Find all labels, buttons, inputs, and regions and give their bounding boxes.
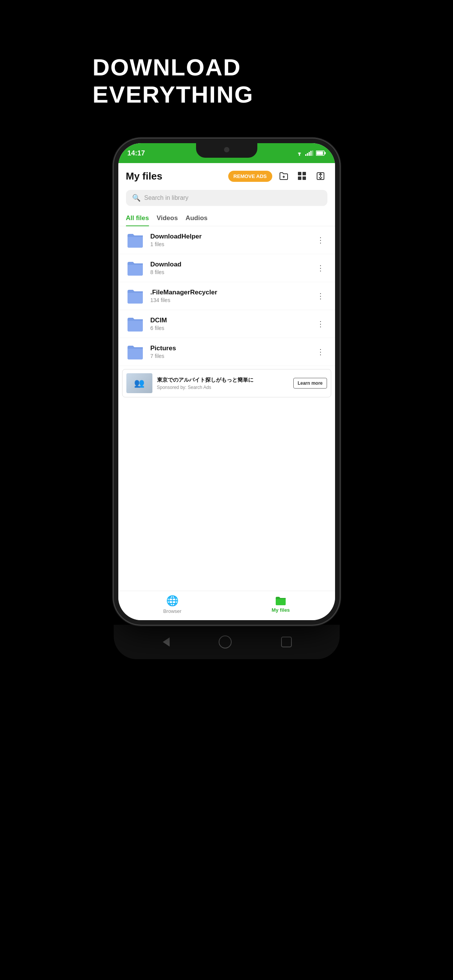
ad-learn-more-button[interactable]: Learn more xyxy=(293,378,327,389)
file-name: Download xyxy=(150,261,307,268)
more-options-icon[interactable]: ⋮ xyxy=(314,262,327,274)
folder-icon xyxy=(126,315,144,332)
more-options-icon[interactable]: ⋮ xyxy=(314,346,327,358)
search-bar[interactable]: 🔍 Search in library xyxy=(126,190,327,206)
svg-rect-2 xyxy=(307,153,308,156)
more-options-icon[interactable]: ⋮ xyxy=(314,234,327,246)
folder-icon xyxy=(126,343,144,360)
signal-icon xyxy=(305,150,314,156)
screen: 14:17 xyxy=(118,143,335,620)
file-count: 134 files xyxy=(150,297,307,303)
file-list: DownloadHelper 1 files ⋮ Download 8 file… xyxy=(118,226,335,591)
svg-rect-14 xyxy=(303,176,306,180)
tab-audios[interactable]: Audios xyxy=(185,211,215,226)
file-name: .FileManagerRecycler xyxy=(150,289,307,296)
more-options-icon[interactable]: ⋮ xyxy=(314,290,327,302)
list-item[interactable]: Download 8 files ⋮ xyxy=(118,254,335,282)
folder-icon xyxy=(126,287,144,304)
more-options-icon[interactable]: ⋮ xyxy=(314,318,327,330)
list-item[interactable]: .FileManagerRecycler 134 files ⋮ xyxy=(118,282,335,310)
home-bar xyxy=(114,625,340,659)
status-icons xyxy=(296,150,326,156)
front-camera xyxy=(224,147,229,152)
myfiles-icon xyxy=(275,595,286,606)
svg-rect-7 xyxy=(324,152,325,154)
notch xyxy=(196,143,257,158)
list-item[interactable]: DCIM 6 files ⋮ xyxy=(118,310,335,338)
svg-rect-1 xyxy=(305,154,306,156)
tab-videos[interactable]: Videos xyxy=(157,211,185,226)
file-count: 7 files xyxy=(150,353,307,359)
file-name: Pictures xyxy=(150,345,307,352)
nav-label-myfiles: My files xyxy=(271,607,290,613)
nav-item-browser[interactable]: 🌐 Browser xyxy=(118,595,227,614)
file-name: DownloadHelper xyxy=(150,233,307,240)
app-header: My files REMOVE ADS xyxy=(118,163,335,187)
bottom-nav: 🌐 Browser My files xyxy=(118,591,335,620)
search-placeholder: Search in library xyxy=(144,194,189,201)
add-folder-button[interactable] xyxy=(277,169,291,183)
ad-sponsor: Sponsored by: Search Ads xyxy=(157,385,289,390)
folder-icon xyxy=(126,260,144,276)
tab-all-files[interactable]: All files xyxy=(126,211,157,226)
tabs: All files Videos Audios xyxy=(118,211,335,226)
ad-image: 👥 xyxy=(126,373,152,393)
nav-item-myfiles[interactable]: My files xyxy=(227,595,335,614)
ad-title: 東京でのアルバイト探しがもっと簡単に xyxy=(157,376,289,384)
remove-ads-button[interactable]: REMOVE ADS xyxy=(228,171,272,182)
svg-rect-13 xyxy=(298,176,301,180)
folder-icon xyxy=(126,232,144,248)
phone-shell: 14:17 xyxy=(114,139,340,625)
svg-rect-12 xyxy=(303,172,306,175)
svg-rect-3 xyxy=(309,152,310,156)
app-title: My files xyxy=(126,170,224,182)
ad-banner[interactable]: 👥 東京でのアルバイト探しがもっと簡単に Sponsored by: Searc… xyxy=(122,369,331,397)
home-button[interactable] xyxy=(219,635,232,648)
browser-icon: 🌐 xyxy=(166,595,178,607)
file-count: 1 files xyxy=(150,241,307,247)
search-icon: 🔍 xyxy=(132,194,141,202)
back-button[interactable] xyxy=(163,637,170,647)
hero-title: DOWNLOAD EVERYTHING xyxy=(93,54,361,108)
status-time: 14:17 xyxy=(128,149,145,157)
file-count: 8 files xyxy=(150,269,307,275)
svg-rect-8 xyxy=(316,152,323,155)
battery-icon xyxy=(316,150,326,156)
list-item[interactable]: Pictures 7 files ⋮ xyxy=(118,338,335,366)
svg-rect-5 xyxy=(312,150,313,156)
grid-view-button[interactable] xyxy=(295,169,309,183)
wifi-icon xyxy=(296,150,303,156)
recents-button[interactable] xyxy=(281,637,292,647)
svg-rect-11 xyxy=(298,172,301,175)
svg-rect-4 xyxy=(310,151,311,156)
list-item[interactable]: DownloadHelper 1 files ⋮ xyxy=(118,226,335,254)
file-count: 6 files xyxy=(150,325,307,331)
nav-label-browser: Browser xyxy=(163,608,182,614)
file-name: DCIM xyxy=(150,317,307,324)
sort-button[interactable] xyxy=(314,169,327,183)
svg-point-0 xyxy=(299,155,300,156)
